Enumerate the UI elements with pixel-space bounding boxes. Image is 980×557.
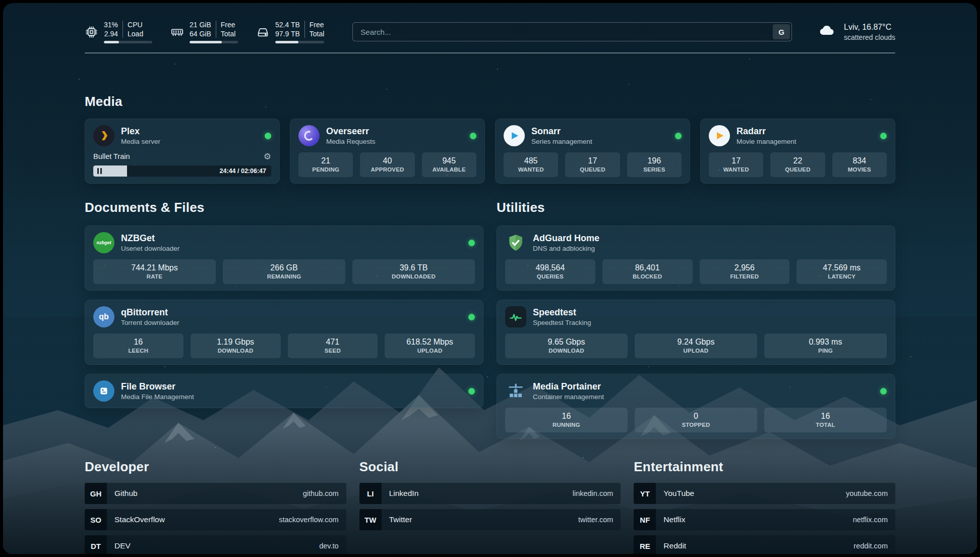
- service-name: Overseerr: [326, 126, 376, 137]
- search-engine-button[interactable]: G: [773, 24, 790, 39]
- app-card-portainer[interactable]: Media Portainer Container management 16R…: [497, 374, 895, 439]
- service-subtitle: Series management: [531, 138, 592, 145]
- stat-queued: 22QUEUED: [770, 152, 825, 177]
- service-name: AdGuard Home: [533, 233, 599, 244]
- media-card-grid: Plex Media server Bullet Train ⚙ 24:44 /…: [85, 119, 895, 184]
- stat-available: 945AVAILABLE: [422, 152, 476, 177]
- memory-free-label: Free: [221, 20, 236, 29]
- app-card-sonarr[interactable]: Sonarr Series management 485WANTED 17QUE…: [495, 119, 690, 184]
- plex-icon: [93, 125, 114, 146]
- stat-running: 16RUNNING: [505, 408, 628, 432]
- stat-latency: 47.569 msLATENCY: [797, 259, 887, 284]
- stat-seed: 471SEED: [288, 333, 378, 358]
- app-card-adguard[interactable]: AdGuard Home DNS and adblocking 498,564Q…: [497, 226, 895, 291]
- overseerr-icon: [298, 125, 320, 146]
- service-subtitle: Media File Management: [121, 393, 194, 401]
- service-name: Sonarr: [531, 126, 592, 137]
- app-card-speedtest[interactable]: Speedtest Speedtest Tracking 9.65 GbpsDO…: [497, 300, 895, 365]
- section-title-documents: Documents & Files: [85, 200, 483, 215]
- disk-progress-bar: [275, 41, 324, 43]
- app-card-plex[interactable]: Plex Media server Bullet Train ⚙ 24:44 /…: [85, 119, 280, 184]
- stat-download: 9.65 GbpsDOWNLOAD: [505, 333, 628, 358]
- top-bar: 31% 2.94 CPU Load: [85, 18, 895, 45]
- link-url: netflix.com: [853, 516, 888, 524]
- disk-free: 52.4 TB: [275, 20, 300, 29]
- disk-drive-icon: [256, 25, 270, 39]
- playback-progress-bar[interactable]: 24:44 / 02:06:47: [93, 165, 271, 177]
- stat-upload: 618.52 MbpsUPLOAD: [385, 333, 475, 358]
- stat-upload: 9.24 GbpsUPLOAD: [635, 333, 757, 358]
- dashboard-screen: 31% 2.94 CPU Load: [3, 3, 977, 554]
- section-title-developer: Developer: [85, 459, 346, 475]
- link-youtube[interactable]: YT YouTube youtube.com: [634, 483, 895, 504]
- link-linkedin[interactable]: LI LinkedIn linkedin.com: [359, 483, 621, 504]
- documents-column: Documents & Files nzbget NZBGet Usenet d…: [85, 200, 483, 439]
- link-name: DEV: [114, 541, 131, 550]
- app-card-qbittorrent[interactable]: qb qBittorrent Torrent downloader 16LEEC…: [85, 300, 483, 365]
- status-online-dot: [880, 133, 887, 139]
- topbar-divider: [85, 52, 895, 53]
- link-badge: GH: [85, 483, 107, 504]
- status-online-dot: [470, 133, 476, 139]
- service-name: Plex: [121, 126, 160, 137]
- sonarr-icon: [504, 125, 525, 146]
- memory-total-label: Total: [221, 29, 236, 38]
- stat-total: 16TOTAL: [764, 408, 887, 432]
- app-card-filebrowser[interactable]: File Browser Media File Management: [85, 374, 483, 408]
- link-netflix[interactable]: NF Netflix netflix.com: [634, 509, 895, 530]
- app-card-overseerr[interactable]: Overseerr Media Requests 21PENDING 40APP…: [290, 119, 485, 184]
- cpu-widget: 31% 2.94 CPU Load: [85, 20, 152, 43]
- link-stackoverflow[interactable]: SO StackOverflow stackoverflow.com: [85, 509, 346, 530]
- service-name: Speedtest: [533, 307, 591, 318]
- portainer-crane-icon: [505, 380, 526, 402]
- search-bar: G: [352, 22, 792, 41]
- status-online-dot: [880, 388, 887, 395]
- status-online-dot: [468, 314, 475, 320]
- app-card-radarr[interactable]: Radarr Movie management 17WANTED 22QUEUE…: [700, 119, 895, 184]
- link-reddit[interactable]: RE Reddit reddit.com: [634, 535, 895, 554]
- disk-total-label: Total: [310, 29, 325, 38]
- memory-ram-icon: [170, 25, 184, 39]
- service-name: File Browser: [121, 381, 194, 392]
- snow-specks: [3, 3, 4, 4]
- service-subtitle: DNS and adblocking: [533, 245, 599, 252]
- link-dev-to[interactable]: DT DEV dev.to: [85, 535, 346, 554]
- weather-widget[interactable]: Lviv, 16.87°C scattered clouds: [816, 23, 895, 41]
- service-subtitle: Speedtest Tracking: [533, 319, 591, 326]
- stat-approved: 40APPROVED: [360, 152, 414, 177]
- cpu-loadavg: 2.94: [104, 29, 118, 38]
- stat-remaining: 266 GBREMAINING: [223, 259, 345, 284]
- stat-queries: 498,564QUERIES: [505, 259, 595, 284]
- link-url: youtube.com: [846, 489, 888, 497]
- stat-movies: 834MOVIES: [832, 152, 887, 177]
- stat-wanted: 17WANTED: [709, 152, 763, 177]
- stat-downloaded: 39.6 TBDOWNLOADED: [352, 259, 475, 284]
- pause-icon[interactable]: [97, 168, 102, 174]
- links-column-entertainment: Entertainment YT YouTube youtube.com NF …: [634, 459, 895, 554]
- cpu-label: CPU: [128, 20, 143, 29]
- section-title-social: Social: [359, 459, 621, 475]
- divider: [216, 21, 216, 38]
- service-subtitle: Usenet downloader: [121, 245, 179, 252]
- disk-total: 97.9 TB: [275, 29, 300, 38]
- gear-icon[interactable]: ⚙: [264, 151, 271, 161]
- link-twitter[interactable]: TW Twitter twitter.com: [359, 509, 621, 530]
- service-name: NZBGet: [121, 233, 179, 244]
- status-online-dot: [468, 240, 475, 246]
- cpu-percent: 31%: [104, 20, 118, 29]
- adguard-shield-icon: [505, 232, 526, 253]
- link-url: dev.to: [319, 542, 338, 550]
- stat-filtered: 2,956FILTERED: [700, 259, 790, 284]
- cpu-load-label: Load: [128, 29, 143, 38]
- stat-rate: 744.21 MbpsRATE: [93, 259, 216, 284]
- app-card-nzbget[interactable]: nzbget NZBGet Usenet downloader 744.21 M…: [85, 226, 483, 291]
- cpu-chip-icon: [85, 25, 98, 39]
- search-input[interactable]: [352, 22, 792, 41]
- service-subtitle: Media Requests: [326, 138, 376, 145]
- cloud-icon: [816, 23, 837, 41]
- memory-free: 21 GiB: [190, 20, 211, 29]
- link-name: StackOverflow: [114, 515, 165, 524]
- status-online-dot: [675, 133, 682, 139]
- link-github[interactable]: GH Github github.com: [85, 483, 346, 504]
- link-name: Reddit: [663, 541, 686, 550]
